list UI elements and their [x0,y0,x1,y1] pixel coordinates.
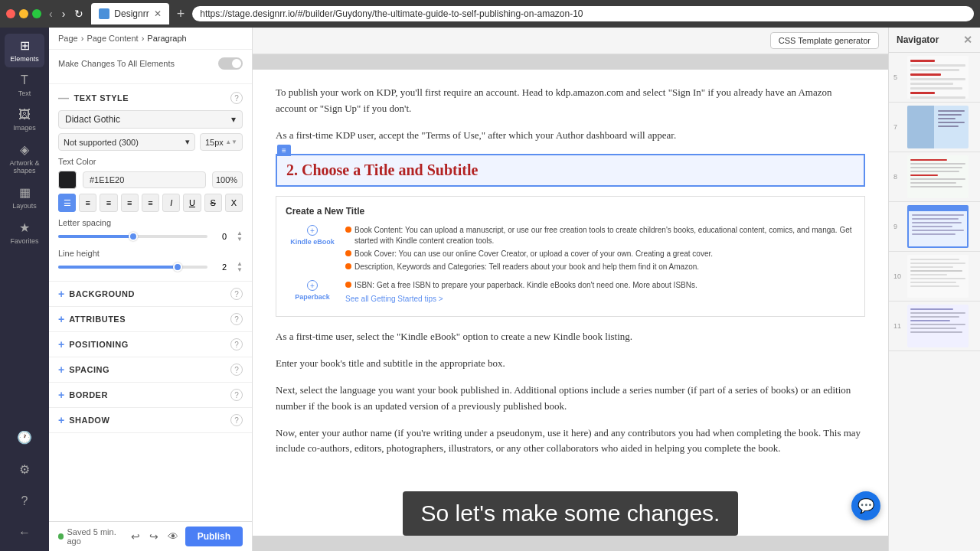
color-hex-value[interactable]: #1E1E20 [83,171,206,188]
sidebar-item-elements[interactable]: ⊞ Elements [5,34,44,67]
clear-format-btn[interactable]: X [225,194,243,212]
paragraph-5[interactable]: Next, select the language you want your … [276,383,865,415]
nav-item-5[interactable]: 5 [889,53,980,103]
text-style-title: — TEXT STYLE [58,92,129,104]
chat-button[interactable]: 💬 [851,491,880,520]
color-swatch[interactable] [58,171,77,189]
sidebar-item-favorites[interactable]: ★ Favorites [5,216,44,249]
new-tab-btn[interactable]: + [174,5,188,24]
css-template-btn[interactable]: CSS Template generator [770,32,879,49]
canvas-area: CSS Template generator To publish your w… [253,28,888,551]
nav-item-10[interactable]: 10 [889,252,980,302]
nav-num-5: 5 [893,73,903,81]
navigator-panel: Navigator ✕ 5 7 [888,28,980,551]
sidebar-item-help[interactable]: ? [5,490,44,514]
nav-num-11: 11 [893,322,903,330]
letter-spacing-fill [58,235,133,238]
opacity-value[interactable]: 100% [212,171,243,188]
shadow-section[interactable]: + SHADOW ? [49,408,252,433]
maximize-window-btn[interactable] [32,9,41,18]
positioning-help[interactable]: ? [230,338,243,350]
align-center-btn[interactable]: ≡ [79,194,96,212]
kindle-ebook-content: Book Content: You can upload a manuscrip… [345,225,855,272]
sidebar-item-layouts[interactable]: ▦ Layouts [5,181,44,214]
tab-close-btn[interactable]: ✕ [154,8,162,19]
text-format-row: ☰ ≡ ≡ ≡ ≡ I U S X [58,194,243,212]
positioning-expand-icon: + [58,338,64,350]
paperback-row: + Paperback ISBN: Get a free ISBN to pre… [286,278,855,307]
bottom-bar: Saved 5 min. ago ↩ ↪ 👁 Publish [49,521,252,551]
reload-btn[interactable]: ↻ [71,6,87,21]
indent-btn[interactable]: ≡ [142,194,159,212]
line-height-thumb[interactable] [173,262,182,272]
strikethrough-btn[interactable]: S [204,194,222,212]
letter-spacing-track[interactable] [58,235,207,238]
line-height-down[interactable]: ▼ [237,267,243,273]
nav-num-10: 10 [893,272,903,280]
shadow-help[interactable]: ? [230,414,243,426]
paragraph-4[interactable]: Enter your book's title and subtitle in … [276,356,865,372]
publish-btn[interactable]: Publish [185,527,243,546]
make-changes-toggle[interactable] [218,57,243,70]
paragraph-3[interactable]: As a first-time user, select the "Kindle… [276,329,865,345]
attributes-help[interactable]: ? [230,313,243,325]
letter-spacing-thumb[interactable] [129,232,138,241]
breadcrumb-page[interactable]: Page [58,34,78,43]
attributes-section[interactable]: + ATTRIBUTES ? [49,307,252,332]
border-section[interactable]: + BORDER ? [49,383,252,408]
nav-item-11[interactable]: 11 [889,302,980,351]
font-size-option: Not supported (300) [64,138,139,147]
text-style-help[interactable]: ? [230,92,243,104]
nav-item-7[interactable]: 7 [889,103,980,152]
align-left-btn[interactable]: ☰ [58,194,76,212]
spacing-help[interactable]: ? [230,364,243,376]
breadcrumb-content[interactable]: Page Content [87,34,138,43]
sidebar-item-history[interactable]: 🕐 [5,425,44,450]
sidebar-item-images[interactable]: 🖼 Images [5,103,44,136]
navigator-close-btn[interactable]: ✕ [963,34,972,46]
paragraph-6[interactable]: Now, enter your author name (if you're w… [276,425,865,458]
background-help[interactable]: ? [230,288,243,300]
redo-btn[interactable]: ↪ [147,528,161,545]
sidebar-item-back[interactable]: ← [5,521,44,545]
positioning-section[interactable]: + POSITIONING ? [49,332,252,357]
back-btn[interactable]: ‹ [46,6,56,21]
undo-btn[interactable]: ↩ [129,528,142,545]
align-right-btn[interactable]: ≡ [100,194,117,212]
address-bar[interactable]: https://stage.designrr.io/#/builder/Guyd… [192,6,974,21]
font-size-input[interactable]: 15px ▲▼ [200,133,243,151]
paragraph-1[interactable]: To publish your work on KDP, you'll firs… [276,85,865,117]
minimize-window-btn[interactable] [19,9,28,18]
italic-btn[interactable]: I [162,194,180,212]
heading-text[interactable]: 2. Choose a Title and Subtitle [286,161,854,179]
spacing-section[interactable]: + SPACING ? [49,357,252,383]
font-selector[interactable]: Didact Gothic ▾ [58,110,243,129]
sidebar-item-settings[interactable]: ⚙ [5,458,44,482]
sidebar-item-artwork[interactable]: ◈ Artwork & shapes [5,138,44,179]
heading-type-icon: ≡ [277,145,291,156]
sidebar-item-text[interactable]: T Text [5,69,44,102]
active-tab[interactable]: Designrr ✕ [91,3,168,24]
letter-spacing-num[interactable]: 0 [214,232,235,241]
navigator-header: Navigator ✕ [889,28,980,53]
create-title-header: Create a New Title [286,206,855,217]
window-controls[interactable] [6,9,41,18]
border-help[interactable]: ? [230,389,243,401]
forward-btn[interactable]: › [59,6,69,21]
line-height-track[interactable] [58,266,207,269]
nav-item-9[interactable]: 9 [889,202,980,252]
heading-block[interactable]: ≡ 2. Choose a Title and Subtitle [276,154,865,187]
align-justify-btn[interactable]: ≡ [121,194,139,212]
nav-item-8[interactable]: 8 [889,152,980,202]
line-height-num[interactable]: 2 [214,262,235,272]
preview-btn[interactable]: 👁 [165,528,181,545]
shadow-expand-icon: + [58,414,64,426]
dropdown-arrow-icon: ▾ [231,114,236,125]
letter-spacing-down[interactable]: ▼ [237,236,243,243]
font-weight-select[interactable]: Not supported (300) ▾ [58,133,195,151]
close-window-btn[interactable] [6,9,15,18]
background-section[interactable]: + BACKGROUND ? [49,282,252,307]
underline-btn[interactable]: U [183,194,201,212]
see-link[interactable]: See all Getting Started tips > [345,294,855,305]
paragraph-2[interactable]: As a first-time KDP user, accept the "Te… [276,128,865,144]
